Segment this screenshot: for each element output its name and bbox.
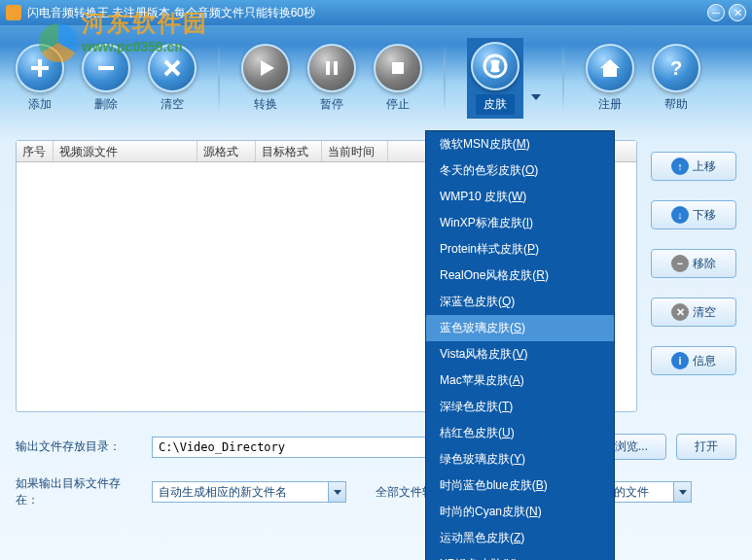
svg-rect-0 bbox=[98, 66, 114, 70]
stop-icon bbox=[385, 55, 411, 81]
svg-rect-1 bbox=[326, 61, 330, 75]
skin-icon bbox=[481, 52, 510, 81]
skin-menu-item[interactable]: 冬天的色彩皮肤(O) bbox=[426, 158, 614, 184]
pause-icon bbox=[319, 55, 344, 81]
svg-rect-2 bbox=[334, 61, 338, 75]
minimize-button[interactable]: ─ bbox=[707, 4, 725, 21]
question-icon: ? bbox=[663, 55, 689, 81]
bottom-panel: 输出文件存放目录： 浏览... 打开 如果输出目标文件存在： 自动生成相应的新文… bbox=[0, 422, 752, 536]
clear-list-button[interactable]: ✕清空 bbox=[651, 298, 736, 327]
plus-icon bbox=[27, 55, 53, 81]
skin-menu-item[interactable]: XP绿色皮肤(X) bbox=[426, 551, 614, 560]
skin-menu-item[interactable]: 深蓝色皮肤(Q) bbox=[426, 289, 614, 315]
skin-menu-item[interactable]: 绿色玻璃皮肤(Y) bbox=[426, 446, 614, 472]
skin-dropdown-arrow[interactable] bbox=[531, 94, 541, 100]
add-button[interactable]: 添加 bbox=[16, 44, 64, 113]
skin-menu-item[interactable]: Protein样式皮肤(P) bbox=[426, 236, 614, 262]
toolbar: 添加 删除 清空 转换 暂停 停止 皮肤 注册 ? 帮助 bbox=[0, 25, 752, 130]
minus-circle-icon: − bbox=[671, 255, 689, 272]
play-icon bbox=[253, 55, 278, 81]
skin-menu-item[interactable]: 时尚蓝色blue皮肤(B) bbox=[426, 472, 614, 499]
skin-menu-item[interactable]: WinXP标准皮肤(I) bbox=[426, 210, 614, 236]
skin-menu-item[interactable]: 深绿色皮肤(T) bbox=[426, 394, 614, 420]
x-icon bbox=[160, 55, 185, 81]
arrow-up-icon: ↑ bbox=[671, 158, 689, 175]
chevron-down-icon bbox=[328, 482, 345, 502]
output-dir-input[interactable] bbox=[152, 437, 444, 458]
side-panel: ↑上移 ↓下移 −移除 ✕清空 i信息 bbox=[651, 140, 736, 412]
home-icon bbox=[597, 55, 623, 81]
remove-button[interactable]: −移除 bbox=[651, 249, 736, 278]
skin-menu-item[interactable]: Mac苹果皮肤(A) bbox=[426, 368, 614, 394]
col-time[interactable]: 当前时间 bbox=[322, 141, 388, 161]
minus-icon bbox=[93, 55, 119, 81]
exists-combo[interactable]: 自动生成相应的新文件名 bbox=[152, 481, 346, 503]
skin-button[interactable]: 皮肤 bbox=[467, 38, 523, 119]
open-button[interactable]: 打开 bbox=[676, 434, 736, 460]
info-icon: i bbox=[671, 352, 689, 369]
delete-button[interactable]: 删除 bbox=[82, 44, 130, 113]
col-srcfmt[interactable]: 源格式 bbox=[197, 141, 256, 161]
svg-rect-3 bbox=[392, 62, 404, 74]
svg-text:?: ? bbox=[670, 57, 682, 79]
close-button[interactable]: ✕ bbox=[729, 4, 746, 21]
arrow-down-icon: ↓ bbox=[671, 206, 689, 224]
exists-label: 如果输出目标文件存在： bbox=[16, 475, 142, 508]
stop-button[interactable]: 停止 bbox=[374, 44, 422, 113]
register-button[interactable]: 注册 bbox=[586, 44, 634, 113]
info-button[interactable]: i信息 bbox=[651, 346, 736, 375]
skin-dropdown-menu: 微软MSN皮肤(M)冬天的色彩皮肤(O)WMP10 皮肤(W)WinXP标准皮肤… bbox=[425, 130, 615, 560]
skin-menu-item[interactable]: 运动黑色皮肤(Z) bbox=[426, 525, 614, 551]
titlebar: 闪电音频转换王 未注册版本 每个音频文件只能转换60秒 ─ ✕ bbox=[0, 0, 752, 25]
skin-menu-item[interactable]: 微软MSN皮肤(M) bbox=[426, 131, 614, 158]
skin-menu-item[interactable]: RealOne风格皮肤(R) bbox=[426, 262, 614, 289]
skin-menu-item[interactable]: 时尚的Cyan皮肤(N) bbox=[426, 499, 614, 525]
col-source[interactable]: 视频源文件 bbox=[54, 141, 197, 161]
help-button[interactable]: ? 帮助 bbox=[652, 44, 700, 113]
chevron-down-icon bbox=[673, 482, 691, 502]
skin-menu-item[interactable]: 蓝色玻璃皮肤(S) bbox=[426, 315, 614, 341]
x-circle-icon: ✕ bbox=[671, 303, 689, 321]
col-index[interactable]: 序号 bbox=[17, 141, 54, 161]
move-down-button[interactable]: ↓下移 bbox=[651, 200, 736, 229]
col-dstfmt[interactable]: 目标格式 bbox=[256, 141, 322, 161]
skin-menu-item[interactable]: 桔红色皮肤(U) bbox=[426, 420, 614, 446]
pause-button[interactable]: 暂停 bbox=[307, 44, 356, 113]
skin-menu-item[interactable]: Vista风格皮肤(V) bbox=[426, 341, 614, 368]
move-up-button[interactable]: ↑上移 bbox=[651, 152, 736, 181]
clear-button[interactable]: 清空 bbox=[148, 44, 197, 113]
output-dir-label: 输出文件存放目录： bbox=[16, 438, 142, 455]
window-title: 闪电音频转换王 未注册版本 每个音频文件只能转换60秒 bbox=[27, 5, 315, 21]
skin-menu-item[interactable]: WMP10 皮肤(W) bbox=[426, 184, 614, 210]
convert-button[interactable]: 转换 bbox=[241, 44, 290, 113]
app-icon bbox=[6, 5, 21, 20]
